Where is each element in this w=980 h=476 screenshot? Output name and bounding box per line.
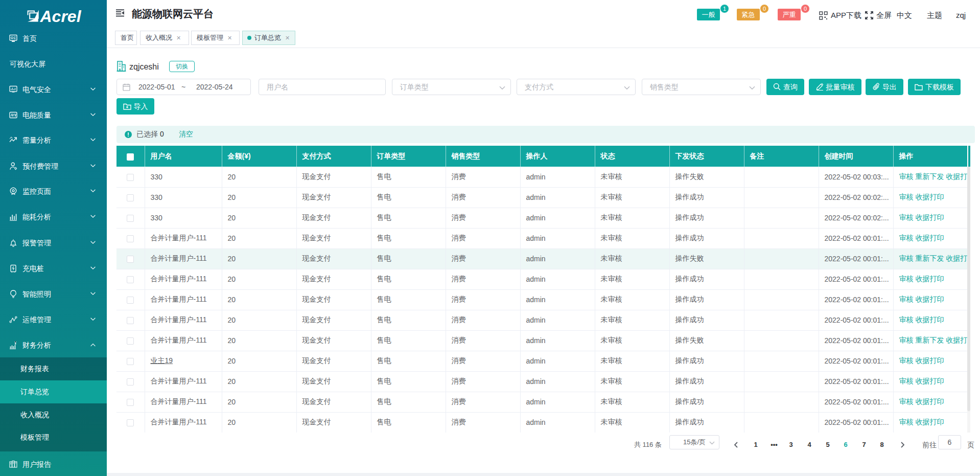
svg-text:Acrel: Acrel [40,7,82,26]
